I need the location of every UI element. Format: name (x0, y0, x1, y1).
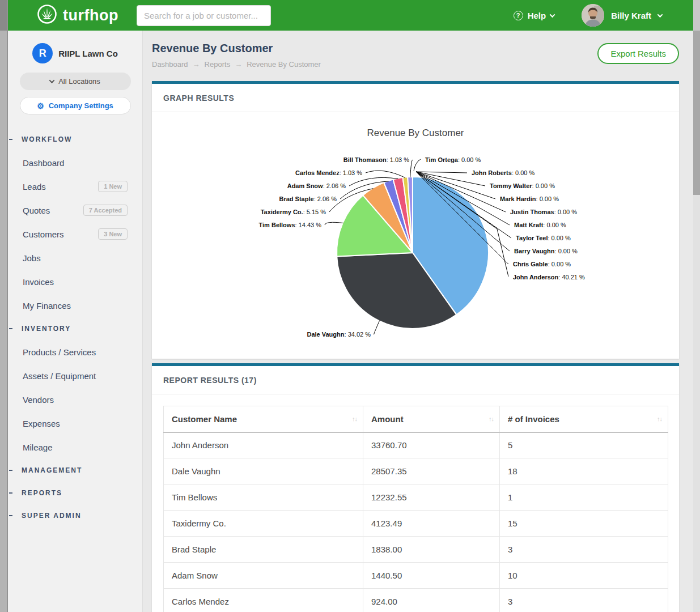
sort-arrows-icon: ↑↓ (352, 415, 357, 422)
table-cell: 5 (500, 432, 668, 458)
status-badge: 7 Accepted (83, 205, 128, 216)
pie-label-adam-snow: Adam Snow: 2.06 % (287, 182, 346, 189)
sidebar-item-label: My Finances (23, 301, 71, 311)
sidebar-item-label: Expenses (23, 419, 60, 428)
sidebar-section-workflow[interactable]: WORKFLOW (8, 128, 142, 151)
sidebar-item-vendors[interactable]: Vendors (8, 388, 142, 411)
sidebar-item-jobs[interactable]: Jobs (8, 246, 142, 270)
table-cell: 15 (500, 511, 668, 537)
sidebar-section-super-admin[interactable]: SUPER ADMIN (8, 504, 142, 527)
section-dashes-icon (8, 139, 12, 140)
user-name: Billy Kraft (611, 11, 651, 20)
sidebar-item-label: Vendors (23, 395, 54, 405)
table-cell: 1440.50 (363, 563, 500, 589)
table-row: Brad Staple1838.003 (164, 537, 668, 563)
sort-arrows-icon: ↑↓ (657, 415, 662, 422)
right-scrollbar[interactable] (693, 0, 700, 612)
pie-label-barry-vaughn: Barry Vaughn: 0.00 % (514, 248, 578, 254)
pie-callout-line (325, 222, 343, 225)
user-menu[interactable]: Billy Kraft (582, 4, 662, 27)
report-results-header: REPORT RESULTS (17) (152, 366, 679, 394)
table-cell: Brad Staple (164, 537, 363, 563)
company-settings-button[interactable]: ⚙ Company Settings (20, 97, 131, 114)
company-settings-label: Company Settings (49, 101, 113, 110)
company-header: R RIIPL Lawn Co (8, 43, 142, 63)
brand-logo[interactable]: turfhop (36, 3, 118, 27)
section-dashes-icon (8, 470, 12, 471)
pie-callout-line (366, 171, 405, 177)
table-row: John Anderson33760.705 (164, 432, 668, 458)
search-input[interactable] (137, 5, 271, 26)
sidebar-item-my-finances[interactable]: My Finances (8, 294, 142, 317)
section-dashes-icon (8, 515, 12, 516)
help-menu[interactable]: ? Help (514, 11, 555, 20)
pie-label-matt-kraft: Matt Kraft: 0.00 % (514, 222, 566, 228)
breadcrumb-item-revenue-by-customer: Revenue By Customer (247, 60, 321, 69)
pie-label-tim-bellows: Tim Bellows: 14.43 % (259, 222, 322, 228)
sidebar-item-label: Invoices (23, 277, 54, 287)
sidebar-item-products-services[interactable]: Products / Services (8, 340, 142, 364)
breadcrumb-item-reports[interactable]: Reports (205, 60, 231, 69)
breadcrumb-item-dashboard[interactable]: Dashboard (152, 60, 188, 69)
table-cell: 4123.49 (363, 511, 500, 537)
all-locations-label: All Locations (58, 77, 100, 86)
table-row: Carlos Mendez924.003 (164, 589, 668, 612)
main-content: Revenue By Customer Dashboard→Reports→Re… (143, 31, 693, 612)
breadcrumb-arrow-icon: → (193, 60, 200, 69)
table-cell: 1 (500, 484, 668, 511)
top-header: turfhop ? Help (8, 0, 693, 31)
sidebar-section-reports[interactable]: REPORTS (8, 482, 142, 504)
left-gutter-scrollbar[interactable] (0, 0, 8, 612)
sort-arrows-icon: ↑↓ (489, 415, 494, 422)
sidebar-item-leads[interactable]: Leads1 New (8, 175, 142, 198)
scrollbar-thumb[interactable] (693, 31, 700, 195)
table-cell: Tim Bellows (164, 484, 363, 511)
chevron-down-icon (550, 12, 555, 18)
sidebar-item-expenses[interactable]: Expenses (8, 411, 142, 435)
pie-label-taxidermy-co-: Taxidermy Co.: 5.15 % (261, 209, 326, 215)
sidebar-item-invoices[interactable]: Invoices (8, 270, 142, 294)
sidebar-item-quotes[interactable]: Quotes7 Accepted (8, 198, 142, 222)
pie-label-john-anderson: John Anderson: 40.21 % (513, 274, 585, 280)
avatar (582, 4, 604, 27)
sidebar-item-label: Mileage (23, 443, 53, 452)
sidebar-item-label: Quotes (23, 206, 50, 215)
sidebar-item-label: Assets / Equipment (23, 371, 96, 381)
sidebar-item-assets-equipment[interactable]: Assets / Equipment (8, 364, 142, 388)
section-label: WORKFLOW (22, 135, 72, 143)
pie-label-taylor-teel: Taylor Teel: 0.00 % (516, 235, 571, 241)
column-header-customer-name[interactable]: Customer Name↑↓ (164, 406, 363, 432)
sidebar-item-mileage[interactable]: Mileage (8, 435, 142, 459)
pie-label-brad-staple: Brad Staple: 2.06 % (279, 196, 337, 202)
pie-callout-line (414, 159, 421, 171)
export-results-button[interactable]: Export Results (597, 43, 679, 64)
brand-name: turfhop (63, 7, 118, 24)
breadcrumb-arrow-icon: → (235, 60, 242, 69)
sidebar-section-management[interactable]: MANAGEMENT (8, 459, 142, 482)
table-row: Taxidermy Co.4123.4915 (164, 511, 668, 537)
status-badge: 1 New (98, 181, 128, 192)
chart-title: Revenue By Customer (367, 128, 464, 138)
pie-label-tim-ortega: Tim Ortega: 0.00 % (425, 156, 481, 163)
sidebar-item-label: Dashboard (23, 158, 64, 168)
report-results-panel: REPORT RESULTS (17) Customer Name↑↓Amoun… (152, 363, 679, 612)
table-row: Adam Snow1440.5010 (164, 563, 668, 589)
column-header--of-invoices[interactable]: # of Invoices↑↓ (500, 406, 668, 432)
scrollbar-track-cap (693, 0, 700, 31)
pie-label-justin-thomas: Justin Thomas: 0.00 % (510, 209, 577, 215)
sidebar-item-dashboard[interactable]: Dashboard (8, 151, 142, 175)
pie-label-john-roberts: John Roberts: 0.00 % (472, 169, 534, 176)
graph-results-panel: GRAPH RESULTS Revenue By CustomerJohn An… (152, 81, 679, 359)
sidebar-item-customers[interactable]: Customers3 New (8, 222, 142, 246)
company-avatar: R (32, 43, 53, 63)
section-dashes-icon (8, 492, 12, 494)
app-root: turfhop ? Help (0, 0, 700, 612)
section-label: INVENTORY (22, 325, 71, 333)
chevron-down-icon (657, 12, 663, 18)
sidebar-item-label: Leads (23, 182, 46, 192)
all-locations-dropdown[interactable]: All Locations (20, 73, 131, 90)
table-row: Tim Bellows12232.551 (164, 484, 668, 511)
column-header-amount[interactable]: Amount↑↓ (363, 406, 500, 432)
sidebar-section-inventory[interactable]: INVENTORY (8, 317, 142, 340)
table-cell: Carlos Mendez (164, 589, 363, 612)
